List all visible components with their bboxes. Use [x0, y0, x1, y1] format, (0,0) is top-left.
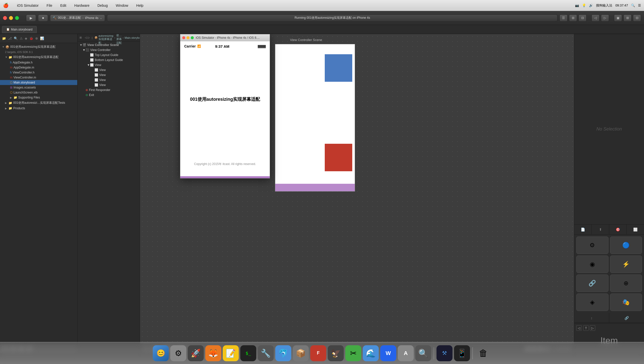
- window-close-button[interactable]: [3, 16, 7, 20]
- menu-debug[interactable]: Debug: [96, 3, 109, 8]
- scene-vc[interactable]: ▼ ⬛ View Controller: [78, 48, 140, 52]
- identity-inspector-tab[interactable]: 🎯: [609, 224, 627, 234]
- menu-brightness-icon[interactable]: 💡: [582, 4, 586, 7]
- window-maximize-button[interactable]: [15, 16, 19, 20]
- obj-lib-item-5[interactable]: 🔗: [576, 274, 608, 292]
- breadcrumb-storyboard[interactable]: Main.storyboard: [125, 36, 140, 39]
- scene-view-2[interactable]: ⬜ View: [78, 72, 140, 78]
- menu-edit[interactable]: Edit: [59, 3, 68, 8]
- dock-archive[interactable]: 📦: [293, 345, 309, 361]
- stop-button[interactable]: ■: [38, 14, 48, 22]
- title-button[interactable]: T: [583, 325, 589, 331]
- warning-icon[interactable]: ⚠: [20, 36, 23, 40]
- run-button[interactable]: ▶: [26, 14, 36, 22]
- dock-notes[interactable]: 📝: [223, 345, 239, 361]
- scene-view-3[interactable]: ⬜ View: [78, 78, 140, 82]
- main-storyboard-tab[interactable]: 📋 Main.storyboard: [2, 26, 37, 33]
- dock-ftp[interactable]: F: [310, 345, 326, 361]
- breakpoint-icon[interactable]: ⊗: [35, 36, 38, 40]
- sim-close-button[interactable]: [182, 36, 185, 39]
- grid-view-icon[interactable]: ⊞: [80, 36, 82, 39]
- obj-lib-item-3[interactable]: ◉: [576, 256, 608, 273]
- dock-trash[interactable]: 🗑: [475, 345, 491, 361]
- item-forward-button[interactable]: ▷: [590, 325, 595, 331]
- obj-lib-item-4[interactable]: ⚡: [610, 256, 642, 273]
- obj-lib-item-6[interactable]: ⊕: [610, 274, 642, 292]
- obj-lib-item-7[interactable]: ◈: [576, 294, 608, 311]
- nav-launchscreen-xib[interactable]: ⬡ LaunchScreen.xib: [0, 90, 77, 95]
- dock-xcode[interactable]: ⚒: [436, 345, 452, 361]
- obj-lib-item-1[interactable]: ⚙: [576, 236, 608, 254]
- dock-firefox[interactable]: 🦊: [205, 345, 221, 361]
- search-nav-icon[interactable]: 🔍: [14, 36, 18, 40]
- version-editor-button[interactable]: ⊟: [633, 14, 641, 22]
- menu-volume-icon[interactable]: 🔊: [589, 4, 593, 7]
- scene-vc-scene[interactable]: ▼ 🎬 View Controller Scene: [78, 42, 140, 48]
- dock-simulator[interactable]: 📱: [454, 345, 470, 361]
- dock-cut[interactable]: ✂: [345, 345, 361, 361]
- scheme-selector[interactable]: 🔨 001使…屏幕适配 › iPhone 4s ⌄: [50, 14, 105, 22]
- nav-supporting-files[interactable]: ▶ 📁 Supporting Files: [0, 95, 77, 100]
- source-control-icon[interactable]: ⎇: [8, 36, 12, 40]
- menu-input-method[interactable]: 搜狗输入法: [596, 3, 612, 8]
- apple-logo-icon[interactable]: 🍎: [3, 3, 8, 8]
- dock-wave[interactable]: 🌊: [363, 345, 379, 361]
- menu-list-icon[interactable]: ☰: [638, 4, 641, 7]
- scene-exit[interactable]: ⊖ Exit: [78, 92, 140, 98]
- scene-bottom-layout-guide[interactable]: ⬜ Bottom Layout Guide: [78, 58, 140, 62]
- forward-button[interactable]: ▷: [601, 14, 609, 22]
- scene-view-1[interactable]: ⬜ View: [78, 68, 140, 72]
- nav-products-group[interactable]: ▶ 📁 Products: [0, 106, 77, 111]
- menu-file[interactable]: File: [45, 3, 54, 8]
- dock-tools[interactable]: 🔧: [258, 345, 274, 361]
- dock-eagle[interactable]: 🦅: [328, 345, 344, 361]
- report-icon[interactable]: 📊: [40, 36, 44, 40]
- obj-lib-item-2[interactable]: 🔵: [610, 236, 642, 254]
- nav-viewcontroller-m[interactable]: m ViewController.m: [0, 75, 77, 80]
- menu-capture-icon[interactable]: 📷: [575, 4, 579, 7]
- nav-appdelegate-h[interactable]: h AppDelegate.h: [0, 60, 77, 65]
- menu-help[interactable]: Help: [135, 3, 145, 8]
- breadcrumb-forward-icon[interactable]: ▷: [88, 36, 90, 39]
- size-inspector-tab[interactable]: ↕: [574, 313, 609, 323]
- dock-terminal[interactable]: $_: [240, 345, 256, 361]
- sim-minimize-button[interactable]: [186, 36, 190, 39]
- nav-main-storyboard[interactable]: ⬡ Main.storyboard: [0, 80, 77, 85]
- nav-tests-group[interactable]: ▶ 📁 001使用autoresizi…实现屏幕适配Tests: [0, 100, 77, 106]
- test-icon[interactable]: ◈: [25, 36, 27, 40]
- sim-zoom-button[interactable]: [191, 36, 194, 39]
- breadcrumb-back-icon[interactable]: ◁: [85, 36, 87, 39]
- project-root-item[interactable]: ▼ 📦 001使用autoresizing实现屏幕适配: [0, 44, 77, 50]
- storyboard-canvas-area[interactable]: View Controller Scene iOS Sim: [140, 34, 574, 344]
- quick-help-tab[interactable]: ⬆: [592, 224, 609, 234]
- dock-font[interactable]: A: [398, 345, 414, 361]
- debug-nav-icon[interactable]: 🐞: [29, 36, 33, 40]
- dock-system-prefs[interactable]: ⚙: [170, 345, 186, 361]
- scene-view-4[interactable]: ⬜ View: [78, 82, 140, 88]
- vc-frame[interactable]: [275, 44, 355, 192]
- dock-finder[interactable]: 😊: [153, 345, 169, 361]
- menu-window[interactable]: Window: [114, 3, 130, 8]
- assistant-toggle-button[interactable]: ⊟: [578, 14, 586, 22]
- dock-dolphin[interactable]: 🐬: [275, 345, 291, 361]
- nav-images-xcassets[interactable]: ⊞ Images.xcassets: [0, 85, 77, 90]
- debug-toggle-button[interactable]: ⊞: [569, 14, 577, 22]
- folder-icon[interactable]: 📁: [2, 36, 6, 40]
- main-group-item[interactable]: ▼ 📁 001使用autoresizing实现屏幕适配: [0, 54, 77, 60]
- menu-ios-simulator[interactable]: iOS Simulator: [16, 3, 40, 8]
- scene-first-responder[interactable]: ⊕ First Responder: [78, 88, 140, 92]
- back-button[interactable]: ◁: [592, 14, 600, 22]
- attributes-inspector-tab[interactable]: ⬜: [627, 224, 644, 234]
- file-inspector-tab[interactable]: 📄: [574, 224, 592, 234]
- dock-launchpad[interactable]: 🚀: [188, 345, 204, 361]
- dock-word[interactable]: W: [380, 345, 396, 361]
- standard-editor-button[interactable]: ▣: [614, 14, 622, 22]
- scene-top-layout-guide[interactable]: ⬜ Top Layout Guide: [78, 52, 140, 58]
- scene-view-parent[interactable]: ▼ ⬜ View: [78, 62, 140, 68]
- dock-developer[interactable]: 🔍: [415, 345, 431, 361]
- window-minimize-button[interactable]: [9, 16, 13, 20]
- item-back-button[interactable]: ◁: [576, 325, 582, 331]
- menu-search-icon[interactable]: 🔍: [631, 4, 635, 7]
- nav-viewcontroller-h[interactable]: h ViewController.h: [0, 70, 77, 75]
- navigator-toggle-button[interactable]: ☰: [560, 14, 568, 22]
